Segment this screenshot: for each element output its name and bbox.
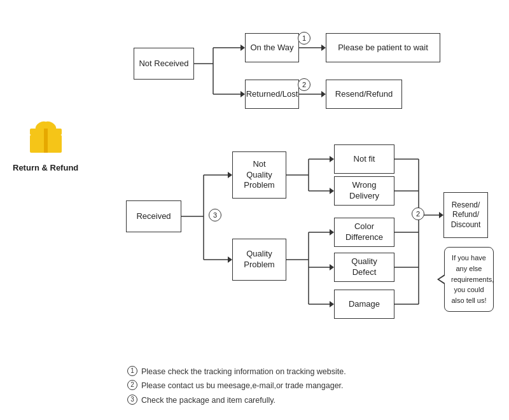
svg-rect-6 bbox=[44, 129, 48, 135]
not-received-box: Not Received bbox=[134, 48, 194, 80]
icon-area: Return & Refund bbox=[13, 115, 78, 172]
circle-1: 1 bbox=[298, 32, 310, 45]
gift-icon bbox=[24, 115, 68, 159]
color-difference-box: Color Difference bbox=[334, 218, 394, 247]
please-be-patient-box: Please be patient to wait bbox=[326, 33, 440, 62]
svg-marker-10 bbox=[241, 45, 245, 51]
wrong-delivery-box: Wrong Delivery bbox=[334, 176, 394, 206]
page: Return & Refund bbox=[0, 0, 509, 420]
svg-marker-20 bbox=[228, 172, 232, 178]
svg-marker-26 bbox=[330, 156, 334, 162]
received-box: Received bbox=[126, 200, 181, 232]
note-2: 2 Please contact us bu meesage,e-mail,or… bbox=[127, 379, 346, 393]
circle-2-bottom: 2 bbox=[412, 207, 424, 220]
svg-marker-14 bbox=[321, 45, 326, 51]
diagram: Not Received On the Way 1 Please be pati… bbox=[70, 13, 496, 375]
svg-marker-34 bbox=[330, 264, 334, 270]
svg-marker-28 bbox=[330, 188, 334, 194]
resend-refund-discount-box: Resend/ Refund/ Discount bbox=[443, 192, 488, 238]
note-1: 1 Please check the tracking information … bbox=[127, 365, 346, 379]
not-fit-box: Not fit bbox=[334, 144, 394, 174]
svg-marker-32 bbox=[330, 229, 334, 235]
svg-rect-5 bbox=[44, 135, 48, 153]
returned-lost-box: Returned/Lost bbox=[245, 80, 299, 109]
svg-marker-36 bbox=[330, 301, 334, 307]
note-text-3: Check the package and item carefully. bbox=[141, 393, 275, 408]
note-num-2: 2 bbox=[127, 380, 137, 390]
icon-label: Return & Refund bbox=[13, 163, 78, 172]
note-num-3: 3 bbox=[127, 395, 137, 405]
circle-3: 3 bbox=[209, 209, 221, 221]
note-num-1: 1 bbox=[127, 366, 137, 376]
notes-section: 1 Please check the tracking information … bbox=[127, 365, 346, 408]
note-3: 3 Check the package and item carefully. bbox=[127, 393, 346, 408]
if-you-have-bubble: If you have any else requirements, you c… bbox=[444, 247, 494, 312]
note-text-2: Please contact us bu meesage,e-mail,or t… bbox=[141, 379, 344, 393]
damage-box: Damage bbox=[334, 290, 394, 319]
svg-marker-22 bbox=[228, 256, 232, 263]
note-text-1: Please check the tracking information on… bbox=[141, 365, 346, 379]
circle-2-top: 2 bbox=[298, 78, 310, 91]
resend-refund-top-box: Resend/Refund bbox=[326, 80, 402, 109]
quality-problem-box: Quality Problem bbox=[232, 239, 286, 281]
svg-marker-16 bbox=[321, 91, 326, 97]
quality-defect-box: Quality Defect bbox=[334, 253, 394, 282]
not-quality-problem-box: Not Quality Problem bbox=[232, 151, 286, 199]
svg-marker-44 bbox=[439, 212, 443, 218]
svg-marker-12 bbox=[241, 91, 245, 97]
on-the-way-box: On the Way bbox=[245, 33, 299, 62]
